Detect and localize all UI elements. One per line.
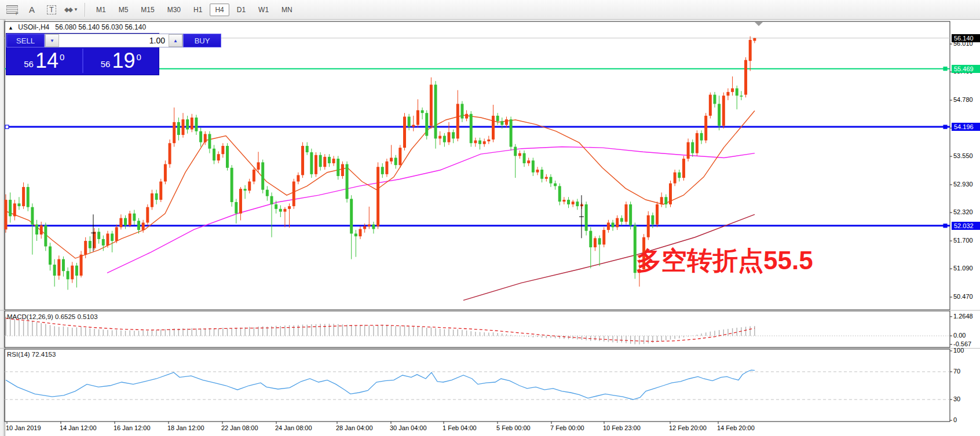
candle: [84, 241, 87, 255]
tab-timeframe-M15[interactable]: M15: [136, 3, 159, 16]
candle: [567, 200, 570, 204]
candle: [483, 141, 486, 144]
tab-timeframe-MN[interactable]: MN: [276, 3, 298, 16]
candle: [554, 184, 557, 186]
collapse-triangle-icon[interactable]: ▲: [8, 25, 13, 31]
candle: [669, 184, 672, 204]
text-box-glyph: T: [47, 5, 56, 14]
ma-fast-line: [6, 111, 755, 258]
candle: [177, 122, 180, 135]
candle: [576, 201, 579, 206]
candle: [616, 218, 619, 228]
symbol-period-label: USOil-,H4: [18, 23, 49, 31]
sell-price-sup: 0: [60, 52, 64, 62]
candle: [191, 118, 193, 130]
candle: [651, 215, 654, 225]
sell-price-display[interactable]: 56 14 0: [6, 47, 82, 74]
label-a-icon[interactable]: A: [24, 3, 39, 17]
tab-timeframe-D1[interactable]: D1: [232, 3, 251, 16]
buy-price-small: 56: [101, 59, 111, 69]
candle: [678, 173, 681, 178]
candle: [572, 201, 575, 204]
candle: [102, 239, 105, 246]
candle: [589, 231, 592, 247]
line-handle[interactable]: [944, 67, 947, 71]
one-click-trading-panel: SELL ▼ ▲ BUY 56 14 0 56 19 0: [6, 33, 159, 75]
line-handle[interactable]: [944, 125, 947, 129]
tab-timeframe-H1[interactable]: H1: [188, 3, 207, 16]
candle: [629, 204, 632, 225]
volume-control: ▼ ▲: [45, 34, 183, 47]
macd-signal-line: [6, 318, 755, 342]
candle: [718, 104, 721, 126]
candle: [44, 225, 47, 246]
candle: [17, 203, 20, 206]
candle: [22, 187, 25, 206]
time-axis-label: 14 Jan 12:00: [60, 424, 97, 431]
candle: [80, 255, 83, 276]
candle: [199, 131, 202, 142]
candle: [687, 142, 690, 159]
candle: [709, 95, 712, 116]
candle: [545, 177, 548, 179]
candle: [208, 134, 211, 148]
candle: [328, 157, 331, 163]
tab-timeframe-M5[interactable]: M5: [114, 3, 134, 16]
candle: [292, 181, 295, 206]
candle: [231, 168, 233, 202]
candle: [346, 164, 349, 199]
candle: [40, 225, 43, 235]
candle: [266, 190, 269, 196]
candle: [106, 233, 109, 246]
candle: [368, 225, 371, 226]
candle: [460, 104, 463, 118]
candle: [465, 114, 468, 119]
chart-text-annotation[interactable]: 多空转折点55.5: [636, 244, 813, 278]
candle: [204, 134, 207, 142]
candle: [740, 96, 743, 97]
candle: [133, 214, 136, 221]
buy-price-display[interactable]: 56 19 0: [83, 47, 159, 74]
line-handle[interactable]: [944, 224, 947, 228]
candle: [49, 247, 52, 265]
shapes-icon[interactable]: ◆◆▼: [64, 3, 79, 17]
candle: [726, 92, 729, 96]
candle: [261, 162, 264, 189]
candle: [217, 154, 220, 160]
tab-timeframe-W1[interactable]: W1: [253, 3, 274, 16]
tab-timeframe-M1[interactable]: M1: [91, 3, 111, 16]
candle: [279, 209, 282, 212]
price-axis-tick-label: 51.700: [953, 237, 973, 244]
sell-button[interactable]: SELL: [6, 34, 45, 47]
time-axis-label: 24 Jan 08:00: [275, 424, 312, 431]
tab-timeframe-H4[interactable]: H4: [210, 3, 229, 16]
time-axis-label: 28 Jan 04:00: [336, 424, 373, 431]
candle: [682, 159, 685, 178]
candle: [31, 207, 34, 225]
price-axis-tick-label: 50.470: [953, 293, 973, 300]
candle: [124, 218, 127, 226]
candle: [376, 167, 379, 226]
line-handle[interactable]: [5, 125, 9, 129]
candle: [9, 200, 12, 216]
grid-f-icon[interactable]: F: [5, 3, 20, 17]
rsi-axis-label: 30: [953, 395, 960, 402]
candle: [731, 89, 734, 92]
tab-timeframe-M30[interactable]: M30: [162, 3, 186, 16]
candle: [470, 114, 473, 143]
shapes-dropdown-caret[interactable]: ▼: [74, 7, 78, 12]
text-box-icon[interactable]: T: [44, 3, 59, 17]
candle: [257, 162, 260, 170]
chart-title: ▲ USOil-,H4 56.080 56.140 56.030 56.140: [8, 23, 146, 31]
volume-decrease-button[interactable]: ▼: [45, 34, 59, 47]
candle: [306, 146, 309, 152]
latest-bar-marker-icon: [755, 22, 763, 26]
buy-button[interactable]: BUY: [183, 34, 221, 47]
candle: [35, 225, 38, 235]
volume-increase-button[interactable]: ▲: [169, 34, 182, 47]
volume-input[interactable]: [59, 34, 169, 47]
candle: [27, 187, 30, 207]
buy-price-sup: 0: [136, 52, 141, 62]
candle: [142, 222, 145, 230]
candle: [598, 238, 601, 244]
